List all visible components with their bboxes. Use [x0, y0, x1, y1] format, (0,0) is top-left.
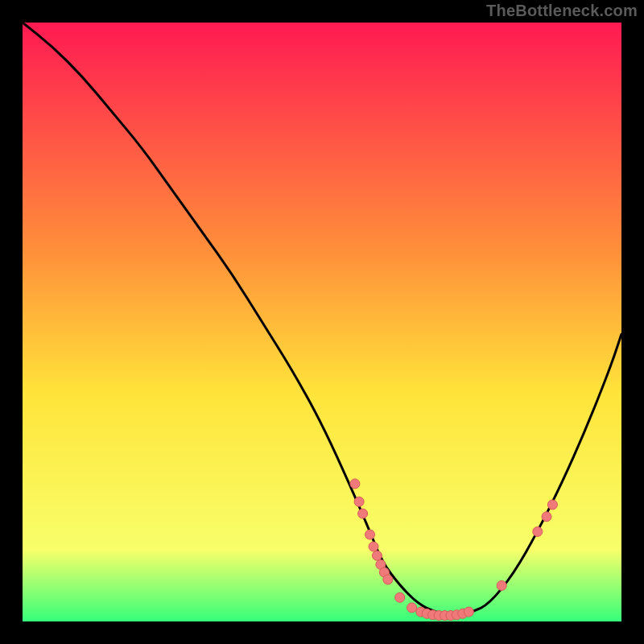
chart-frame: TheBottleneck.com	[0, 0, 644, 644]
data-point	[497, 580, 506, 590]
data-point	[542, 512, 551, 522]
data-point	[372, 551, 382, 560]
data-point	[369, 542, 378, 551]
data-point	[358, 509, 368, 518]
plot-area	[23, 23, 621, 621]
data-point	[533, 526, 543, 536]
data-point	[547, 500, 557, 510]
data-point	[365, 530, 375, 539]
data-point	[350, 479, 360, 489]
data-point	[407, 603, 417, 613]
data-point	[354, 497, 364, 506]
bottleneck-chart	[23, 23, 621, 621]
watermark-text: TheBottleneck.com	[486, 2, 638, 20]
data-point	[395, 592, 405, 602]
data-point	[464, 607, 473, 617]
data-point	[383, 575, 393, 584]
